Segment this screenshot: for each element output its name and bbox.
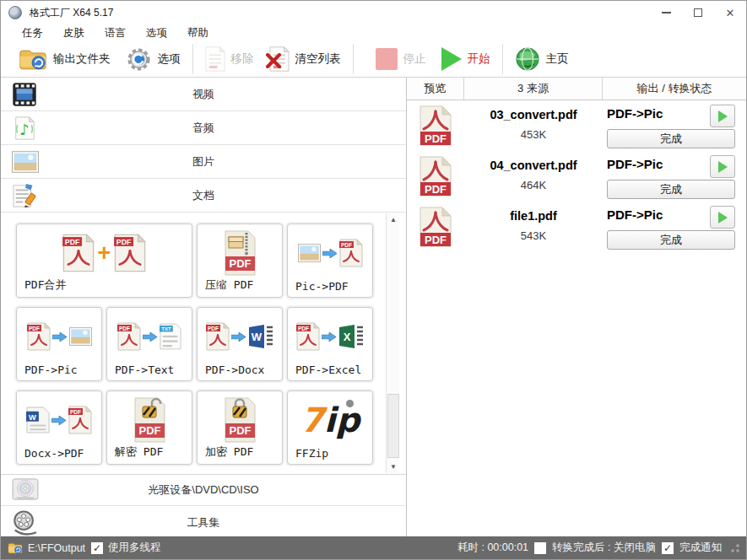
tool-label: PDF->Pic (24, 363, 78, 376)
task-status-button[interactable]: 完成 (607, 230, 735, 250)
app-icon (8, 6, 22, 19)
task-play-button[interactable] (710, 105, 735, 127)
task-status-button[interactable]: 完成 (607, 180, 735, 199)
home-label: 主页 (546, 51, 569, 67)
multithread-label: 使用多线程 (108, 541, 161, 555)
clear-list-button[interactable]: 清空列表 (262, 42, 349, 76)
scrollbar-thumb[interactable] (387, 394, 399, 458)
shutdown-checkbox[interactable] (534, 542, 546, 554)
section-label: 工具集 (1, 515, 406, 530)
tool-compress-pdf[interactable]: PDF 压缩 PDF (197, 223, 283, 298)
task-play-button[interactable] (710, 206, 735, 229)
task-row[interactable]: 03_convert.pdf 453K PDF->Pic 完成 (407, 100, 746, 151)
multithread-option[interactable]: ✓ 使用多线程 (91, 541, 161, 555)
task-filename: 04_convert.pdf (464, 159, 603, 172)
clear-list-label: 清空列表 (295, 51, 341, 67)
tool-label: Pic->PDF (295, 280, 349, 293)
resize-grip[interactable] (731, 544, 739, 552)
section-toolset[interactable]: 工具集 (1, 507, 406, 539)
output-folder-button[interactable]: 输出文件夹 (11, 42, 118, 76)
tool-label: 加密 PDF (205, 444, 253, 460)
home-button[interactable]: 主页 (507, 42, 576, 76)
clear-list-icon (269, 46, 290, 72)
pdf-to-text-icon: TXT (107, 313, 192, 360)
task-filesize: 453K (464, 128, 603, 141)
tool-pdf-to-text[interactable]: TXT PDF->Text (106, 307, 192, 381)
multithread-checkbox[interactable]: ✓ (91, 542, 103, 554)
tool-label: Docx->PDF (24, 447, 84, 460)
task-filesize: 464K (464, 179, 603, 191)
tool-label: PDF->Docx (205, 363, 264, 376)
play-icon (441, 47, 462, 71)
window-title: 格式工厂 X64 5.17 (30, 6, 113, 20)
task-filename: 03_convert.pdf (464, 108, 603, 121)
output-folder-icon (19, 48, 47, 71)
menu-options[interactable]: 选项 (136, 26, 177, 40)
tool-pdf-merge[interactable]: + PDF合并 (16, 223, 192, 298)
start-button[interactable]: 开始 (434, 42, 498, 76)
task-play-button[interactable] (710, 155, 735, 178)
menu-help[interactable]: 帮助 (177, 26, 219, 40)
tool-pdf-to-pic[interactable]: PDF->Pic (16, 307, 102, 381)
header-status: 输出 / 转换状态 (603, 78, 746, 100)
tool-pdf-to-excel[interactable]: X PDF->Excel (287, 307, 373, 381)
options-button[interactable]: 选项 (118, 42, 188, 76)
menu-language[interactable]: 语言 (95, 26, 136, 40)
format-factory-window: 格式工厂 X64 5.17 ✕ 任务 皮肤 语言 选项 帮助 输出文件夹 选项 … (0, 0, 747, 560)
stop-button[interactable]: 停止 (368, 42, 434, 76)
pic-to-pdf-icon (288, 229, 372, 277)
task-status-button[interactable]: 完成 (607, 129, 735, 148)
close-button[interactable]: ✕ (714, 1, 746, 24)
tool-encrypt-pdf[interactable]: PDF 加密 PDF (197, 390, 283, 465)
tool-decrypt-pdf[interactable]: PDF 解密 PDF (106, 390, 192, 465)
svg-text:PDF: PDF (230, 257, 252, 270)
scroll-down-arrow[interactable]: ▼ (387, 460, 400, 473)
tool-ffzip[interactable]: 7ip FFZip (287, 390, 373, 465)
gear-icon (126, 46, 152, 73)
section-cd-dvd-iso[interactable]: 光驱设备\DVD\CD\ISO (1, 474, 406, 506)
pdf-to-pic-icon (17, 313, 101, 360)
notify-checkbox[interactable]: ✓ (662, 542, 674, 554)
category-label: 文档 (1, 188, 406, 203)
task-row[interactable]: file1.pdf 543K PDF->Pic 完成 (407, 202, 746, 252)
pdf-file-icon (420, 207, 452, 247)
remove-button[interactable]: 移除 (198, 42, 262, 76)
tool-pic-to-pdf[interactable]: Pic->PDF (287, 223, 373, 298)
svg-text:PDF: PDF (230, 424, 252, 437)
tool-label: FFZip (295, 447, 328, 460)
header-source: 3 来源 (464, 78, 603, 100)
pdf-merge-icon: + (17, 229, 192, 277)
tool-label: 解密 PDF (115, 444, 163, 460)
task-filename: file1.pdf (464, 209, 603, 223)
menu-task[interactable]: 任务 (12, 26, 53, 40)
docx-to-pdf-icon (17, 396, 101, 444)
menu-skin[interactable]: 皮肤 (53, 26, 95, 40)
category-label: 音频 (1, 121, 406, 136)
svg-text:PDF: PDF (139, 424, 161, 437)
task-row[interactable]: 04_convert.pdf 464K PDF->Pic 完成 (407, 151, 746, 202)
grid-scrollbar[interactable]: ▲ ▼ (386, 213, 399, 473)
task-list-header: 预览 3 来源 输出 / 转换状态 (407, 78, 746, 100)
toolbar-separator (192, 44, 193, 74)
category-video[interactable]: 视频 (1, 78, 406, 111)
maximize-button[interactable] (682, 1, 714, 24)
elapsed-time: 耗时 : 00:00:01 (457, 541, 528, 555)
category-panel: 视频 音频 图片 文档 + (1, 78, 407, 536)
pdf-to-excel-icon: X (288, 313, 372, 360)
output-path-group[interactable]: E:\FFOutput (8, 542, 85, 554)
minimize-button[interactable] (650, 1, 682, 24)
category-audio[interactable]: 音频 (1, 111, 406, 145)
scroll-up-arrow[interactable]: ▲ (387, 213, 400, 226)
notify-label: 完成通知 (679, 541, 722, 555)
status-bar: E:\FFOutput ✓ 使用多线程 耗时 : 00:00:01 转换完成后 … (1, 536, 746, 559)
pdf-unlock-icon: PDF (107, 396, 192, 444)
tool-docx-to-pdf[interactable]: Docx->PDF (16, 390, 102, 465)
title-bar: 格式工厂 X64 5.17 ✕ (1, 1, 746, 24)
tool-pdf-to-docx[interactable]: W PDF->Docx (197, 307, 283, 381)
category-picture[interactable]: 图片 (1, 145, 406, 179)
play-icon (718, 110, 728, 122)
category-document[interactable]: 文档 (1, 179, 406, 213)
output-path: E:\FFOutput (28, 542, 85, 554)
options-label: 选项 (158, 51, 181, 67)
task-conversion: PDF->Pic (607, 157, 663, 171)
